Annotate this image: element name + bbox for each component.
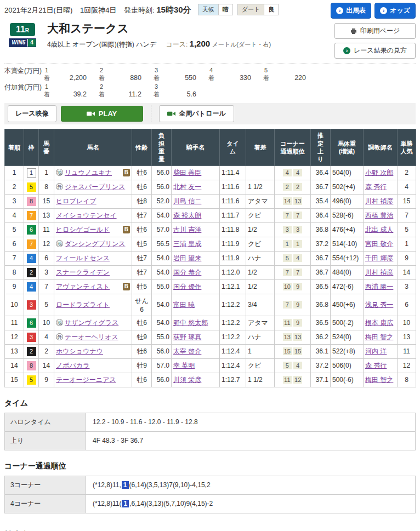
trainer-link[interactable]: 森 秀行 <box>365 362 387 369</box>
finish-position: 7 <box>5 251 24 265</box>
horse-number: 2 <box>39 344 54 358</box>
trainer-cell: 千田 輝彦 <box>364 251 398 265</box>
results-guide-button[interactable]: › レース結果の見方 <box>334 43 416 59</box>
race-video-button[interactable]: レース映像 <box>8 105 56 122</box>
trainer-cell: 西浦 勝一 <box>364 279 398 294</box>
jockey-cell: 太宰 啓介 <box>172 344 220 358</box>
win-popularity: 12 <box>398 358 416 373</box>
jockey-link[interactable]: 三浦 皇成 <box>173 240 201 248</box>
trainer-link[interactable]: 浅見 秀一 <box>365 301 393 309</box>
margin: アタマ <box>246 194 275 208</box>
trainer-link[interactable]: 千田 輝彦 <box>365 254 393 262</box>
horse-name-link[interactable]: ノボバカラ <box>56 362 89 369</box>
horse-name-link[interactable]: ロードラズライト <box>56 301 110 309</box>
finish-position: 1 <box>5 165 24 180</box>
carried-weight: 56.0 <box>152 344 172 358</box>
trainer-link[interactable]: 小野 次郎 <box>365 169 393 176</box>
carried-weight: 54.0 <box>152 294 172 316</box>
jockey-link[interactable]: 国分 優作 <box>173 283 201 290</box>
prize-main-label: 本賞金(万円) <box>4 67 44 82</box>
carried-weight: 54.0 <box>152 316 172 330</box>
horse-name-link[interactable]: フィールドセンス <box>56 254 110 262</box>
video-bar: レース映像 PLAY 全周パトロール <box>4 103 416 124</box>
weather-tag: 天候 晴 <box>198 4 233 15</box>
finish-time: 1:12.2 <box>220 316 246 330</box>
horse-name-cell: スナークライデン <box>54 265 132 279</box>
trainer-link[interactable]: 川村 禎彦 <box>365 197 393 205</box>
horse-number: 14 <box>39 358 54 373</box>
trainer-link[interactable]: 宮田 敬介 <box>365 240 393 248</box>
jockey-link[interactable]: 川須 栄彦 <box>173 376 201 384</box>
jockey-link[interactable]: 幸 英明 <box>173 362 195 369</box>
corner-positions: 5 4 <box>275 358 311 373</box>
horse-name-cell: ヒロブレイブ <box>54 194 132 208</box>
horse-name-link[interactable]: スナークライデン <box>56 269 110 276</box>
trainer-link[interactable]: 根本 康広 <box>365 319 393 327</box>
horse-name-link[interactable]: ダンシングプリンス <box>65 240 126 248</box>
horse-name-link[interactable]: メイショウテンセイ <box>56 212 117 219</box>
horse-name-link[interactable]: ホウショウナウ <box>56 347 103 355</box>
patrol-button-label: 全周パトロール <box>179 109 226 118</box>
trainer-link[interactable]: 西橋 豊治 <box>365 212 393 219</box>
blinker-badge: B <box>123 283 130 290</box>
trainer-link[interactable]: 梅田 智之 <box>365 333 393 341</box>
trainer-cell: 根本 康広 <box>364 316 398 330</box>
horse-weight: 476(+4) <box>331 222 364 237</box>
circle-arrow-icon: › <box>343 47 350 54</box>
corner-positions: 10 9 <box>275 279 311 294</box>
horse-name-cell: メイショウテンセイ <box>54 208 132 222</box>
jockey-cell: 国分 優作 <box>172 279 220 294</box>
jockey-cell: 幸 英明 <box>172 358 220 373</box>
horse-name-link[interactable]: アヴァンティスト <box>56 283 110 290</box>
horse-name-link[interactable]: テーオージーニアス <box>56 376 116 384</box>
trainer-link[interactable]: 西浦 勝一 <box>365 283 393 290</box>
trainer-link[interactable]: 梅田 智之 <box>365 376 393 384</box>
last-3f-time: 36.4 <box>311 165 331 180</box>
jockey-link[interactable]: 森 裕太朗 <box>173 212 201 219</box>
horse-name-link[interactable]: テーオーヘリオス <box>65 333 118 341</box>
prize-item: 4 着330 <box>208 67 263 82</box>
jockey-link[interactable]: 柴田 善臣 <box>173 169 201 176</box>
horse-name-link[interactable]: リュウノユキナ <box>65 169 112 176</box>
play-button[interactable]: PLAY <box>61 106 143 122</box>
jockey-link[interactable]: 野中 悠太郎 <box>173 319 208 327</box>
horse-name-link[interactable]: ヒロブレイブ <box>56 197 97 205</box>
horse-name-link[interactable]: ジャスパープリンス <box>65 183 125 191</box>
margin: 1/2 <box>246 279 275 294</box>
frame-number: 7 <box>27 211 36 220</box>
sex-age: 牡6 <box>132 222 152 237</box>
jockey-link[interactable]: 富田 暁 <box>173 301 195 309</box>
horse-number: 5 <box>39 294 54 316</box>
horse-weight: 496(0) <box>331 194 364 208</box>
trainer-link[interactable]: 北出 成人 <box>365 226 393 233</box>
odds-button[interactable]: › オッズ <box>374 3 416 19</box>
jockey-link[interactable]: 荻野 琢真 <box>173 333 201 341</box>
corner-positions: 14 13 <box>275 194 311 208</box>
trainer-link[interactable]: 川村 禎彦 <box>365 269 393 276</box>
jockey-link[interactable]: 岩田 望来 <box>173 254 201 262</box>
jockey-link[interactable]: 太宰 啓介 <box>173 347 201 355</box>
print-page-button[interactable]: 印刷用ページ <box>334 23 416 39</box>
trainer-link[interactable]: 河内 洋 <box>365 347 387 355</box>
weather-label: 天候 <box>198 4 218 15</box>
jockey-link[interactable]: 北村 友一 <box>173 183 201 191</box>
prize-main-row: 本賞金(万円) 1 着2,200 2 着880 3 着550 4 着330 5 … <box>4 67 416 82</box>
jockey-link[interactable]: 川島 信二 <box>173 197 201 205</box>
horse-name-link[interactable]: ヒロシゲゴールド <box>56 226 110 233</box>
frame-cell: 4 <box>24 251 39 265</box>
prize-item: 1 着2,200 <box>44 67 99 82</box>
entries-button[interactable]: › 出馬表 <box>331 3 371 19</box>
trainer-link[interactable]: 森 秀行 <box>365 183 387 191</box>
horse-number: 7 <box>39 279 54 294</box>
win-popularity: 1 <box>398 237 416 251</box>
patrol-video-button[interactable]: 全周パトロール <box>159 105 234 122</box>
horse-name-link[interactable]: サザンヴィグラス <box>65 319 118 327</box>
jockey-link[interactable]: 古川 吉洋 <box>173 226 201 233</box>
horse-name-cell: アヴァンティストB <box>54 279 132 294</box>
last-up-row: 上り 4F 48.3 - 3F 36.7 <box>5 431 416 450</box>
carried-weight: 55.0 <box>152 330 172 344</box>
frame-cell: 5 <box>24 180 39 194</box>
prize-item: 3 着550 <box>154 67 208 82</box>
horse-mark-icon: 地 <box>56 319 63 326</box>
jockey-link[interactable]: 国分 恭介 <box>173 269 201 276</box>
